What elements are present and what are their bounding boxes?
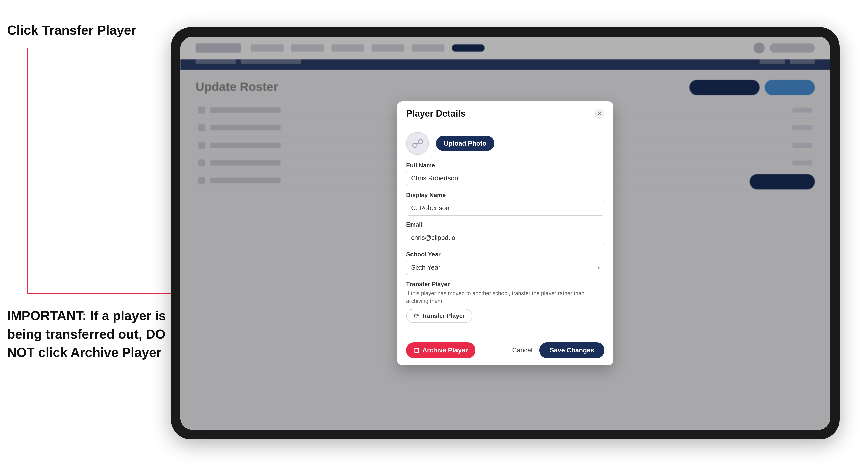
transfer-player-description: If this player has moved to another scho… [406,289,604,305]
school-year-label: School Year [406,251,604,258]
modal-title: Player Details [406,108,466,119]
avatar-section: ☍ Upload Photo [406,132,604,155]
modal-header: Player Details × [397,101,613,125]
footer-right: Cancel Save Changes [512,342,604,358]
upload-photo-button[interactable]: Upload Photo [436,136,494,151]
display-name-input[interactable] [406,200,604,216]
cancel-button[interactable]: Cancel [512,346,532,354]
footer-left: ◻ Archive Player [406,342,475,358]
player-avatar: ☍ [406,132,429,155]
save-changes-button[interactable]: Save Changes [539,342,604,358]
modal-footer: ◻ Archive Player Cancel Save Changes [397,337,613,365]
instruction-top: Click Transfer Player [7,23,136,38]
full-name-input[interactable] [406,171,604,186]
tablet-screen: Update Roster [181,37,830,430]
transfer-player-label: Transfer Player [406,280,604,287]
transfer-icon: ⟳ [414,312,419,319]
email-label: Email [406,221,604,228]
archive-player-button-label: Archive Player [422,346,468,354]
important-label: IMPORTANT [7,308,82,323]
tablet-device: Update Roster [171,27,840,439]
transfer-player-section: Transfer Player If this player has moved… [406,280,604,323]
modal-body: ☍ Upload Photo Full Name Display Name [397,125,613,337]
avatar-icon: ☍ [411,136,424,151]
email-input[interactable] [406,230,604,245]
school-year-group: School Year First Year Second Year Third… [406,251,604,275]
archive-icon: ◻ [414,346,419,354]
player-details-modal: Player Details × ☍ Upload Photo Full Nam… [397,101,613,366]
instruction-bottom: IMPORTANT: If a player is being transfer… [7,307,168,362]
modal-overlay: Player Details × ☍ Upload Photo Full Nam… [181,37,830,430]
display-name-group: Display Name [406,191,604,216]
full-name-group: Full Name [406,162,604,186]
archive-player-ref: Archive Player [70,345,161,360]
archive-player-button[interactable]: ◻ Archive Player [406,342,475,358]
modal-close-button[interactable]: × [594,108,604,119]
full-name-label: Full Name [406,162,604,169]
school-year-select-wrapper: First Year Second Year Third Year Fourth… [406,260,604,275]
annotation-vertical-line [27,48,28,294]
school-year-select[interactable]: First Year Second Year Third Year Fourth… [406,260,604,275]
display-name-label: Display Name [406,191,604,198]
email-group: Email [406,221,604,245]
transfer-player-button-label: Transfer Player [421,312,465,319]
instruction-bold: Transfer Player [42,23,136,37]
instruction-prefix: Click [7,23,42,37]
transfer-player-button[interactable]: ⟳ Transfer Player [406,309,472,323]
